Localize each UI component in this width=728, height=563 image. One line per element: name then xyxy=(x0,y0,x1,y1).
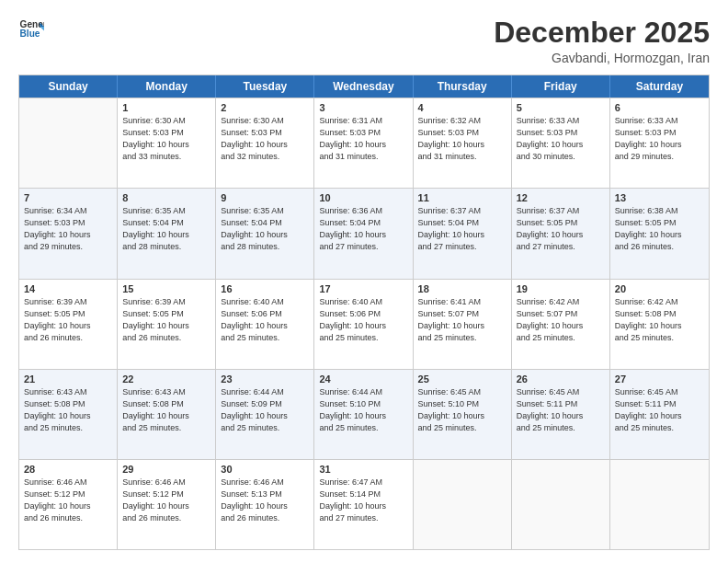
cal-cell: 11Sunrise: 6:37 AM Sunset: 5:04 PM Dayli… xyxy=(414,189,512,278)
header-day-saturday: Saturday xyxy=(610,75,709,98)
cell-day-number: 29 xyxy=(122,464,210,475)
header: General Blue December 2025 Gavbandi, Hor… xyxy=(18,17,710,65)
cell-day-number: 24 xyxy=(319,373,407,385)
cal-cell: 23Sunrise: 6:44 AM Sunset: 5:09 PM Dayli… xyxy=(216,370,314,459)
cal-cell: 24Sunrise: 6:44 AM Sunset: 5:10 PM Dayli… xyxy=(314,370,413,459)
cell-day-number: 7 xyxy=(24,192,112,203)
title-block: December 2025 Gavbandi, Hormozgan, Iran xyxy=(494,17,710,65)
cal-cell: 16Sunrise: 6:40 AM Sunset: 5:06 PM Dayli… xyxy=(216,280,314,369)
cal-cell: 12Sunrise: 6:37 AM Sunset: 5:05 PM Dayli… xyxy=(512,189,610,278)
header-day-sunday: Sunday xyxy=(19,75,118,98)
cal-cell: 29Sunrise: 6:46 AM Sunset: 5:12 PM Dayli… xyxy=(118,460,216,549)
cell-info: Sunrise: 6:46 AM Sunset: 5:12 PM Dayligh… xyxy=(122,477,210,524)
header-day-friday: Friday xyxy=(512,75,610,98)
cell-day-number: 22 xyxy=(122,373,210,385)
cell-day-number: 1 xyxy=(122,102,210,113)
cell-info: Sunrise: 6:32 AM Sunset: 5:03 PM Dayligh… xyxy=(418,115,506,163)
cell-info: Sunrise: 6:33 AM Sunset: 5:03 PM Dayligh… xyxy=(517,115,605,163)
cell-day-number: 21 xyxy=(24,373,112,385)
cal-cell: 26Sunrise: 6:45 AM Sunset: 5:11 PM Dayli… xyxy=(512,370,610,459)
cal-cell: 10Sunrise: 6:36 AM Sunset: 5:04 PM Dayli… xyxy=(314,189,413,278)
cal-cell: 28Sunrise: 6:46 AM Sunset: 5:12 PM Dayli… xyxy=(19,460,118,549)
cell-info: Sunrise: 6:41 AM Sunset: 5:07 PM Dayligh… xyxy=(418,296,506,344)
cell-day-number: 3 xyxy=(319,102,407,113)
calendar-row-3: 21Sunrise: 6:43 AM Sunset: 5:08 PM Dayli… xyxy=(19,369,709,459)
cell-day-number: 18 xyxy=(418,283,506,294)
page: General Blue December 2025 Gavbandi, Hor… xyxy=(0,0,728,563)
cell-day-number: 28 xyxy=(24,464,112,475)
cell-day-number: 5 xyxy=(517,102,605,113)
cal-cell xyxy=(414,460,512,549)
cell-day-number: 19 xyxy=(517,283,605,294)
cal-cell: 17Sunrise: 6:40 AM Sunset: 5:06 PM Dayli… xyxy=(314,280,413,369)
cal-cell: 20Sunrise: 6:42 AM Sunset: 5:08 PM Dayli… xyxy=(610,280,709,369)
cell-day-number: 2 xyxy=(221,102,309,113)
cell-day-number: 14 xyxy=(24,283,112,294)
cell-day-number: 23 xyxy=(221,373,309,385)
cal-cell: 18Sunrise: 6:41 AM Sunset: 5:07 PM Dayli… xyxy=(414,280,512,369)
cell-info: Sunrise: 6:30 AM Sunset: 5:03 PM Dayligh… xyxy=(221,115,309,163)
cal-cell: 5Sunrise: 6:33 AM Sunset: 5:03 PM Daylig… xyxy=(512,98,610,188)
cell-day-number: 11 xyxy=(418,192,506,203)
calendar: SundayMondayTuesdayWednesdayThursdayFrid… xyxy=(18,75,710,550)
cell-info: Sunrise: 6:37 AM Sunset: 5:05 PM Dayligh… xyxy=(517,205,605,253)
cal-cell: 2Sunrise: 6:30 AM Sunset: 5:03 PM Daylig… xyxy=(216,98,314,188)
cell-info: Sunrise: 6:45 AM Sunset: 5:11 PM Dayligh… xyxy=(517,386,605,434)
cell-info: Sunrise: 6:43 AM Sunset: 5:08 PM Dayligh… xyxy=(24,386,112,434)
cal-cell xyxy=(19,98,118,188)
header-day-tuesday: Tuesday xyxy=(216,75,314,98)
cal-cell: 22Sunrise: 6:43 AM Sunset: 5:08 PM Dayli… xyxy=(118,370,216,459)
calendar-row-1: 7Sunrise: 6:34 AM Sunset: 5:03 PM Daylig… xyxy=(19,188,709,278)
cell-info: Sunrise: 6:33 AM Sunset: 5:03 PM Dayligh… xyxy=(615,115,704,163)
cell-info: Sunrise: 6:42 AM Sunset: 5:07 PM Dayligh… xyxy=(517,296,605,344)
cal-cell: 1Sunrise: 6:30 AM Sunset: 5:03 PM Daylig… xyxy=(118,98,216,188)
cal-cell: 9Sunrise: 6:35 AM Sunset: 5:04 PM Daylig… xyxy=(216,189,314,278)
cell-day-number: 31 xyxy=(319,464,407,475)
cell-day-number: 9 xyxy=(221,192,309,203)
cell-info: Sunrise: 6:44 AM Sunset: 5:10 PM Dayligh… xyxy=(319,386,407,434)
cell-day-number: 25 xyxy=(418,373,506,385)
cell-day-number: 27 xyxy=(615,373,704,385)
calendar-row-2: 14Sunrise: 6:39 AM Sunset: 5:05 PM Dayli… xyxy=(19,279,709,369)
calendar-header: SundayMondayTuesdayWednesdayThursdayFrid… xyxy=(19,75,709,98)
cell-info: Sunrise: 6:42 AM Sunset: 5:08 PM Dayligh… xyxy=(615,296,704,344)
cal-cell xyxy=(512,460,610,549)
cell-info: Sunrise: 6:30 AM Sunset: 5:03 PM Dayligh… xyxy=(122,115,210,163)
cell-day-number: 12 xyxy=(517,192,605,203)
calendar-row-4: 28Sunrise: 6:46 AM Sunset: 5:12 PM Dayli… xyxy=(19,459,709,549)
cell-info: Sunrise: 6:31 AM Sunset: 5:03 PM Dayligh… xyxy=(319,115,407,163)
cell-day-number: 20 xyxy=(615,283,704,294)
cal-cell: 19Sunrise: 6:42 AM Sunset: 5:07 PM Dayli… xyxy=(512,280,610,369)
month-title: December 2025 xyxy=(494,17,710,49)
cell-info: Sunrise: 6:39 AM Sunset: 5:05 PM Dayligh… xyxy=(122,296,210,344)
cal-cell: 27Sunrise: 6:45 AM Sunset: 5:11 PM Dayli… xyxy=(610,370,709,459)
cell-day-number: 30 xyxy=(221,464,309,475)
cell-day-number: 6 xyxy=(615,102,704,113)
cal-cell: 30Sunrise: 6:46 AM Sunset: 5:13 PM Dayli… xyxy=(216,460,314,549)
cal-cell xyxy=(610,460,709,549)
header-day-wednesday: Wednesday xyxy=(314,75,413,98)
cal-cell: 14Sunrise: 6:39 AM Sunset: 5:05 PM Dayli… xyxy=(19,280,118,369)
cal-cell: 8Sunrise: 6:35 AM Sunset: 5:04 PM Daylig… xyxy=(118,189,216,278)
cell-day-number: 13 xyxy=(615,192,704,203)
cell-day-number: 17 xyxy=(319,283,407,294)
calendar-row-0: 1Sunrise: 6:30 AM Sunset: 5:03 PM Daylig… xyxy=(19,98,709,188)
logo-icon: General Blue xyxy=(18,17,44,42)
cell-day-number: 15 xyxy=(122,283,210,294)
cell-info: Sunrise: 6:46 AM Sunset: 5:13 PM Dayligh… xyxy=(221,477,309,524)
cal-cell: 31Sunrise: 6:47 AM Sunset: 5:14 PM Dayli… xyxy=(314,460,413,549)
cal-cell: 7Sunrise: 6:34 AM Sunset: 5:03 PM Daylig… xyxy=(19,189,118,278)
cell-info: Sunrise: 6:45 AM Sunset: 5:11 PM Dayligh… xyxy=(615,386,704,434)
cell-info: Sunrise: 6:35 AM Sunset: 5:04 PM Dayligh… xyxy=(122,205,210,253)
cell-info: Sunrise: 6:46 AM Sunset: 5:12 PM Dayligh… xyxy=(24,477,112,524)
calendar-body: 1Sunrise: 6:30 AM Sunset: 5:03 PM Daylig… xyxy=(19,98,709,549)
cell-info: Sunrise: 6:34 AM Sunset: 5:03 PM Dayligh… xyxy=(24,205,112,253)
cell-day-number: 26 xyxy=(517,373,605,385)
svg-text:Blue: Blue xyxy=(20,29,40,39)
cal-cell: 3Sunrise: 6:31 AM Sunset: 5:03 PM Daylig… xyxy=(314,98,413,188)
cal-cell: 25Sunrise: 6:45 AM Sunset: 5:10 PM Dayli… xyxy=(414,370,512,459)
cell-info: Sunrise: 6:45 AM Sunset: 5:10 PM Dayligh… xyxy=(418,386,506,434)
cell-info: Sunrise: 6:47 AM Sunset: 5:14 PM Dayligh… xyxy=(319,477,407,524)
cal-cell: 15Sunrise: 6:39 AM Sunset: 5:05 PM Dayli… xyxy=(118,280,216,369)
subtitle: Gavbandi, Hormozgan, Iran xyxy=(494,51,710,65)
